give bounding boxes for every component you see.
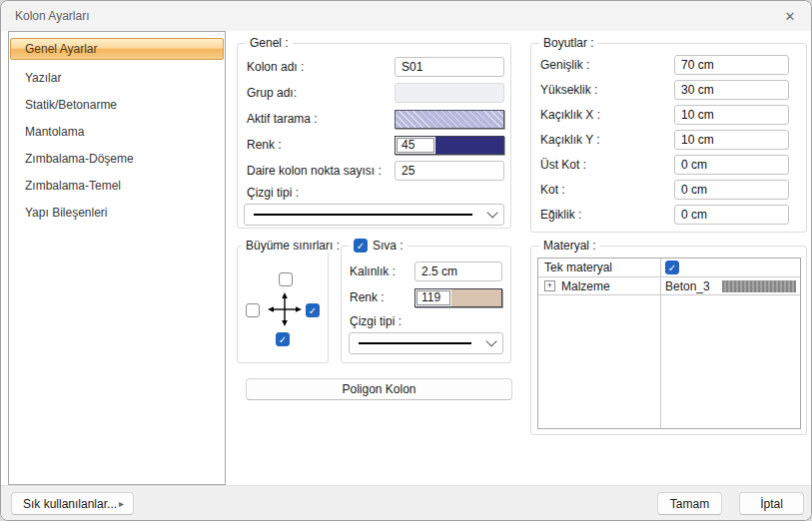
dialog-title: Kolon Ayarları — [15, 9, 90, 23]
siva-renk-index: 119 — [416, 290, 450, 305]
sidebar-item-statik-betonarme[interactable]: Statik/Betonarme — [10, 91, 224, 118]
boyutlar-legend: Boyutlar : — [539, 36, 598, 50]
footer-bar: Sık kullanılanlar... ▸ Tamam İptal — [1, 485, 811, 520]
line-sample — [359, 342, 471, 344]
siva-renk-swatch — [451, 289, 501, 306]
daire-nokta-input[interactable] — [395, 161, 504, 181]
egiklik-label: Eğiklik : — [540, 208, 674, 222]
kolon-cizgi-tipi-combo[interactable] — [244, 204, 504, 226]
tek-materyal-label: Tek materyal — [538, 260, 660, 274]
malzeme-value: Beton_3 — [665, 279, 710, 293]
close-icon[interactable]: ✕ — [782, 8, 798, 24]
ok-button[interactable]: Tamam — [657, 492, 722, 515]
sidebar-item-mantolama[interactable]: Mantolama — [10, 118, 224, 145]
grow-left-checkbox[interactable] — [246, 303, 260, 317]
arrow-right-icon: ▸ — [119, 498, 124, 509]
kaciklik-y-input[interactable] — [674, 130, 789, 150]
materyal-table: Tek materyal + Malzeme Beton_3 — [537, 258, 801, 429]
expand-icon[interactable]: + — [544, 280, 555, 291]
aktif-tarama-swatch[interactable] — [395, 110, 504, 129]
siva-cizgi-tipi-label: Çizgi tipi : — [342, 310, 510, 330]
yukseklik-input[interactable] — [674, 80, 789, 100]
kolon-adi-input[interactable] — [395, 57, 504, 77]
kaciklik-x-label: Kaçıklık X : — [540, 108, 674, 122]
grup-adi-label: Grup adı: — [247, 86, 395, 100]
egiklik-input[interactable] — [674, 205, 789, 225]
kolon-ayarlari-dialog: Kolon Ayarları ✕ Genel Ayarlar Yazılar S… — [0, 0, 812, 521]
siva-renk-label: Renk : — [350, 290, 414, 304]
favorites-button-label: Sık kullanılanlar... — [23, 497, 117, 511]
grow-bottom-checkbox[interactable] — [276, 332, 290, 346]
buyume-legend: Büyüme sınırları : — [242, 239, 344, 253]
siva-label: Sıva : — [373, 239, 404, 253]
cancel-button[interactable]: İptal — [739, 492, 804, 515]
title-bar: Kolon Ayarları ✕ — [1, 1, 811, 31]
genislik-label: Genişlik : — [540, 58, 674, 72]
sidebar-item-zimbalama-temel[interactable]: Zımbalama-Temel — [10, 172, 224, 199]
kaciklik-y-label: Kaçıklık Y : — [540, 133, 674, 147]
malzeme-texture-swatch[interactable] — [722, 280, 796, 292]
siva-group: Sıva : Kalınlık : Renk : 119 Çizgi tipi … — [341, 246, 511, 363]
kaciklik-x-input[interactable] — [674, 105, 789, 125]
kolon-renk-label: Renk : — [247, 138, 395, 152]
siva-cizgi-tipi-combo[interactable] — [349, 332, 503, 354]
materyal-legend: Materyal : — [539, 239, 600, 253]
grow-right-checkbox[interactable] — [306, 303, 320, 317]
tek-materyal-checkbox[interactable] — [665, 260, 679, 274]
kolon-renk-picker[interactable]: 45 — [395, 136, 504, 155]
line-sample — [254, 214, 472, 216]
poligon-kolon-button[interactable]: Poligon Kolon — [246, 378, 512, 400]
siva-renk-picker[interactable]: 119 — [414, 288, 502, 307]
kolon-adi-label: Kolon adı : — [247, 60, 395, 74]
sidebar-item-zimbalama-doseme[interactable]: Zımbalama-Döşeme — [10, 145, 224, 172]
ust-kot-label: Üst Kot : — [540, 158, 674, 172]
sidebar-item-yapi-bilesenleri[interactable]: Yapı Bileşenleri — [10, 199, 224, 226]
table-row-tek-materyal[interactable]: Tek materyal — [538, 259, 800, 277]
kolon-renk-index: 45 — [397, 138, 434, 153]
genel-group: Genel : Kolon adı : Grup adı: Aktif tara… — [237, 43, 511, 229]
materyal-group: Materyal : Tek materyal + Malzeme Beton_… — [530, 246, 807, 435]
daire-nokta-label: Daire kolon nokta sayısı : — [247, 164, 395, 178]
chevron-down-icon — [485, 335, 496, 346]
grow-directions-icon — [268, 292, 302, 326]
kolon-renk-swatch — [435, 137, 503, 154]
kalinlik-input[interactable] — [414, 261, 502, 281]
kot-input[interactable] — [674, 180, 789, 200]
table-row-malzeme[interactable]: + Malzeme Beton_3 — [538, 277, 800, 295]
yukseklik-label: Yükseklik : — [540, 83, 674, 97]
sidebar-item-genel-ayarlar[interactable]: Genel Ayarlar — [10, 38, 224, 60]
buyume-sinirlari-group: Büyüme sınırları : — [237, 246, 329, 363]
kolon-cizgi-tipi-label: Çizgi tipi : — [238, 184, 510, 202]
aktif-tarama-label: Aktif tarama : — [247, 112, 395, 126]
malzeme-label: Malzeme — [561, 279, 610, 293]
siva-legend: Sıva : — [350, 239, 407, 253]
favorites-button[interactable]: Sık kullanılanlar... ▸ — [11, 492, 134, 515]
genislik-input[interactable] — [674, 55, 789, 75]
kot-label: Kot : — [540, 183, 674, 197]
siva-checkbox[interactable] — [354, 239, 368, 253]
genel-legend: Genel : — [246, 36, 293, 50]
grup-adi-input — [395, 83, 504, 103]
settings-category-list: Genel Ayarlar Yazılar Statik/Betonarme M… — [8, 31, 226, 485]
kalinlik-label: Kalınlık : — [350, 264, 414, 278]
boyutlar-group: Boyutlar : Genişlik : Yükseklik : Kaçıkl… — [530, 43, 807, 233]
sidebar-item-yazilar[interactable]: Yazılar — [10, 64, 224, 91]
chevron-down-icon — [486, 207, 497, 218]
ust-kot-input[interactable] — [674, 155, 789, 175]
grow-top-checkbox[interactable] — [279, 272, 293, 286]
